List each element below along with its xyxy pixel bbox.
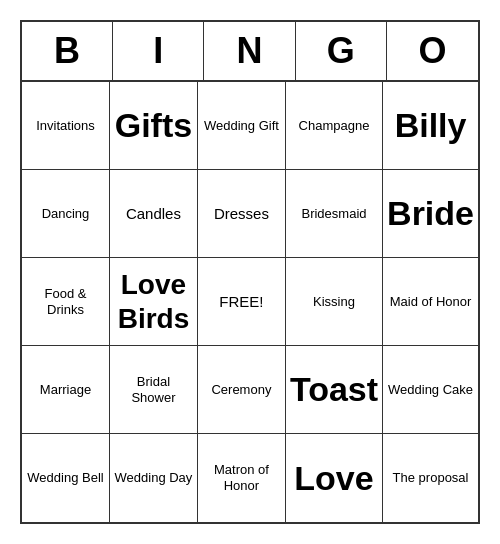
cell-text: Wedding Cake <box>388 382 473 398</box>
cell-text: Billy <box>395 105 467 146</box>
bingo-cell: Gifts <box>110 82 198 170</box>
header-letter: O <box>387 22 478 80</box>
bingo-cell: Marriage <box>22 346 110 434</box>
cell-text: Bride <box>387 193 474 234</box>
bingo-cell: Wedding Bell <box>22 434 110 522</box>
cell-text: Dancing <box>42 206 90 222</box>
bingo-cell: Matron of Honor <box>198 434 286 522</box>
bingo-cell: Bridal Shower <box>110 346 198 434</box>
bingo-cell: Toast <box>286 346 383 434</box>
cell-text: FREE! <box>219 293 263 311</box>
bingo-cell: Dancing <box>22 170 110 258</box>
bingo-cell: Kissing <box>286 258 383 346</box>
cell-text: Love Birds <box>114 268 193 335</box>
bingo-card: BINGO InvitationsGiftsWedding GiftChampa… <box>20 20 480 524</box>
bingo-cell: Wedding Cake <box>383 346 478 434</box>
bingo-cell: Bride <box>383 170 478 258</box>
cell-text: Gifts <box>115 105 192 146</box>
bingo-header: BINGO <box>22 22 478 82</box>
bingo-cell: Bridesmaid <box>286 170 383 258</box>
bingo-cell: Food &Drinks <box>22 258 110 346</box>
bingo-cell: Invitations <box>22 82 110 170</box>
cell-text: Bridal Shower <box>114 374 193 405</box>
cell-text: Wedding Gift <box>204 118 279 134</box>
cell-text: Candles <box>126 205 181 223</box>
cell-text: Ceremony <box>211 382 271 398</box>
cell-text: The proposal <box>393 470 469 486</box>
cell-text: Champagne <box>299 118 370 134</box>
bingo-cell: Billy <box>383 82 478 170</box>
bingo-cell: Candles <box>110 170 198 258</box>
bingo-cell: Dresses <box>198 170 286 258</box>
bingo-grid: InvitationsGiftsWedding GiftChampagneBil… <box>22 82 478 522</box>
header-letter: B <box>22 22 113 80</box>
cell-text: Wedding Bell <box>27 470 103 486</box>
bingo-cell: FREE! <box>198 258 286 346</box>
cell-text: Matron of Honor <box>202 462 281 493</box>
bingo-cell: Wedding Gift <box>198 82 286 170</box>
cell-text: Love <box>294 458 373 499</box>
bingo-cell: Wedding Day <box>110 434 198 522</box>
cell-text: Marriage <box>40 382 91 398</box>
cell-text: Wedding Day <box>115 470 193 486</box>
bingo-cell: Love Birds <box>110 258 198 346</box>
cell-text: Invitations <box>36 118 95 134</box>
bingo-cell: Love <box>286 434 383 522</box>
bingo-cell: Maid of Honor <box>383 258 478 346</box>
bingo-cell: Ceremony <box>198 346 286 434</box>
header-letter: I <box>113 22 204 80</box>
bingo-cell: The proposal <box>383 434 478 522</box>
cell-text: Maid of Honor <box>390 294 472 310</box>
bingo-cell: Champagne <box>286 82 383 170</box>
header-letter: N <box>204 22 295 80</box>
cell-text: Dresses <box>214 205 269 223</box>
cell-text: Bridesmaid <box>301 206 366 222</box>
cell-text: Kissing <box>313 294 355 310</box>
cell-text: Toast <box>290 369 378 410</box>
header-letter: G <box>296 22 387 80</box>
cell-text: Food &Drinks <box>45 286 87 317</box>
